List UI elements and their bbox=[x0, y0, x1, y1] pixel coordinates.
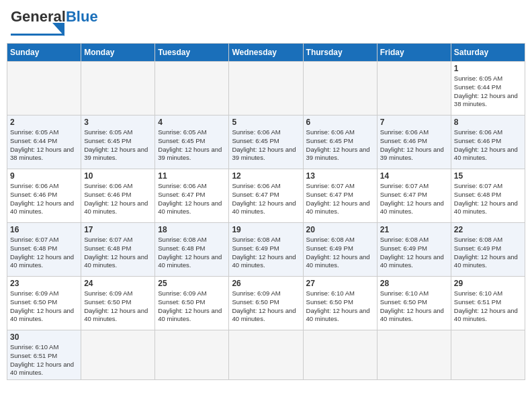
day-number: 9 bbox=[10, 171, 78, 181]
day-info: Sunrise: 6:06 AM Sunset: 6:46 PM Dayligh… bbox=[380, 128, 448, 163]
day-info: Sunrise: 6:08 AM Sunset: 6:49 PM Dayligh… bbox=[380, 236, 448, 270]
day-info: Sunrise: 6:07 AM Sunset: 6:47 PM Dayligh… bbox=[306, 182, 374, 216]
calendar-cell bbox=[155, 62, 229, 116]
day-number: 10 bbox=[84, 171, 152, 181]
day-info: Sunrise: 6:10 AM Sunset: 6:51 PM Dayligh… bbox=[10, 343, 78, 377]
weekday-friday: Friday bbox=[377, 44, 451, 62]
day-info: Sunrise: 6:06 AM Sunset: 6:47 PM Dayligh… bbox=[232, 182, 300, 216]
calendar-body: 1Sunrise: 6:05 AM Sunset: 6:44 PM Daylig… bbox=[7, 62, 525, 380]
calendar-cell: 19Sunrise: 6:08 AM Sunset: 6:49 PM Dayli… bbox=[229, 223, 303, 277]
day-number: 27 bbox=[306, 279, 374, 288]
weekday-wednesday: Wednesday bbox=[229, 44, 303, 62]
weekday-thursday: Thursday bbox=[303, 44, 377, 62]
day-info: Sunrise: 6:06 AM Sunset: 6:45 PM Dayligh… bbox=[306, 128, 374, 163]
calendar-cell: 9Sunrise: 6:06 AM Sunset: 6:46 PM Daylig… bbox=[7, 169, 81, 223]
logo: GeneralBlue bbox=[11, 9, 98, 36]
calendar-week-4: 16Sunrise: 6:07 AM Sunset: 6:48 PM Dayli… bbox=[7, 223, 525, 277]
calendar-cell bbox=[155, 330, 229, 380]
day-number: 19 bbox=[232, 225, 300, 234]
day-info: Sunrise: 6:06 AM Sunset: 6:47 PM Dayligh… bbox=[158, 182, 226, 216]
calendar-cell: 7Sunrise: 6:06 AM Sunset: 6:46 PM Daylig… bbox=[377, 116, 451, 169]
calendar-cell: 21Sunrise: 6:08 AM Sunset: 6:49 PM Dayli… bbox=[377, 223, 451, 277]
day-number: 28 bbox=[380, 279, 448, 288]
calendar-cell: 20Sunrise: 6:08 AM Sunset: 6:49 PM Dayli… bbox=[303, 223, 377, 277]
day-number: 26 bbox=[232, 279, 300, 288]
day-info: Sunrise: 6:06 AM Sunset: 6:46 PM Dayligh… bbox=[10, 182, 78, 216]
day-info: Sunrise: 6:08 AM Sunset: 6:48 PM Dayligh… bbox=[158, 236, 226, 270]
calendar-cell: 3Sunrise: 6:05 AM Sunset: 6:45 PM Daylig… bbox=[81, 116, 155, 169]
calendar-week-2: 2Sunrise: 6:05 AM Sunset: 6:44 PM Daylig… bbox=[7, 116, 525, 169]
calendar-cell: 4Sunrise: 6:05 AM Sunset: 6:45 PM Daylig… bbox=[155, 116, 229, 169]
calendar-cell: 12Sunrise: 6:06 AM Sunset: 6:47 PM Dayli… bbox=[229, 169, 303, 223]
calendar-cell bbox=[229, 330, 303, 380]
calendar-cell: 18Sunrise: 6:08 AM Sunset: 6:48 PM Dayli… bbox=[155, 223, 229, 277]
day-number: 29 bbox=[454, 279, 522, 288]
day-number: 17 bbox=[84, 225, 152, 234]
weekday-tuesday: Tuesday bbox=[155, 44, 229, 62]
calendar-week-3: 9Sunrise: 6:06 AM Sunset: 6:46 PM Daylig… bbox=[7, 169, 525, 223]
day-number: 14 bbox=[380, 171, 448, 181]
day-number: 25 bbox=[158, 279, 226, 288]
day-info: Sunrise: 6:10 AM Sunset: 6:51 PM Dayligh… bbox=[454, 289, 522, 324]
calendar-cell bbox=[377, 330, 451, 380]
calendar-cell: 25Sunrise: 6:09 AM Sunset: 6:50 PM Dayli… bbox=[155, 277, 229, 330]
day-info: Sunrise: 6:05 AM Sunset: 6:44 PM Dayligh… bbox=[10, 128, 78, 163]
calendar-cell bbox=[303, 62, 377, 116]
day-number: 1 bbox=[454, 64, 522, 73]
day-number: 30 bbox=[10, 332, 78, 342]
day-number: 21 bbox=[380, 225, 448, 234]
calendar-week-6: 30Sunrise: 6:10 AM Sunset: 6:51 PM Dayli… bbox=[7, 330, 525, 380]
day-number: 23 bbox=[10, 279, 78, 288]
day-number: 12 bbox=[232, 171, 300, 181]
day-info: Sunrise: 6:07 AM Sunset: 6:47 PM Dayligh… bbox=[380, 182, 448, 216]
calendar-header: GeneralBlue bbox=[7, 7, 525, 39]
calendar-cell: 8Sunrise: 6:06 AM Sunset: 6:46 PM Daylig… bbox=[451, 116, 525, 169]
calendar-cell: 2Sunrise: 6:05 AM Sunset: 6:44 PM Daylig… bbox=[7, 116, 81, 169]
calendar-cell bbox=[81, 330, 155, 380]
calendar-table: SundayMondayTuesdayWednesdayThursdayFrid… bbox=[7, 43, 525, 380]
day-number: 15 bbox=[454, 171, 522, 181]
calendar-cell: 17Sunrise: 6:07 AM Sunset: 6:48 PM Dayli… bbox=[81, 223, 155, 277]
calendar-cell: 10Sunrise: 6:06 AM Sunset: 6:46 PM Dayli… bbox=[81, 169, 155, 223]
day-info: Sunrise: 6:09 AM Sunset: 6:50 PM Dayligh… bbox=[10, 289, 78, 324]
calendar-cell: 14Sunrise: 6:07 AM Sunset: 6:47 PM Dayli… bbox=[377, 169, 451, 223]
day-info: Sunrise: 6:06 AM Sunset: 6:46 PM Dayligh… bbox=[454, 128, 522, 163]
calendar-cell bbox=[303, 330, 377, 380]
weekday-sunday: Sunday bbox=[7, 44, 81, 62]
calendar-cell: 6Sunrise: 6:06 AM Sunset: 6:45 PM Daylig… bbox=[303, 116, 377, 169]
calendar-cell: 15Sunrise: 6:07 AM Sunset: 6:48 PM Dayli… bbox=[451, 169, 525, 223]
day-info: Sunrise: 6:07 AM Sunset: 6:48 PM Dayligh… bbox=[84, 236, 152, 270]
weekday-monday: Monday bbox=[81, 44, 155, 62]
calendar-cell bbox=[229, 62, 303, 116]
day-info: Sunrise: 6:05 AM Sunset: 6:45 PM Dayligh… bbox=[158, 128, 226, 163]
calendar-cell: 22Sunrise: 6:08 AM Sunset: 6:49 PM Dayli… bbox=[451, 223, 525, 277]
day-number: 4 bbox=[158, 118, 226, 127]
svg-rect-1 bbox=[11, 34, 64, 36]
calendar-cell bbox=[7, 62, 81, 116]
day-number: 20 bbox=[306, 225, 374, 234]
day-info: Sunrise: 6:07 AM Sunset: 6:48 PM Dayligh… bbox=[10, 236, 78, 270]
day-info: Sunrise: 6:06 AM Sunset: 6:46 PM Dayligh… bbox=[84, 182, 152, 216]
calendar-week-1: 1Sunrise: 6:05 AM Sunset: 6:44 PM Daylig… bbox=[7, 62, 525, 116]
day-info: Sunrise: 6:07 AM Sunset: 6:48 PM Dayligh… bbox=[454, 182, 522, 216]
weekday-saturday: Saturday bbox=[451, 44, 525, 62]
calendar-cell bbox=[81, 62, 155, 116]
calendar-cell: 5Sunrise: 6:06 AM Sunset: 6:45 PM Daylig… bbox=[229, 116, 303, 169]
day-number: 5 bbox=[232, 118, 300, 127]
day-number: 16 bbox=[10, 225, 78, 234]
day-info: Sunrise: 6:08 AM Sunset: 6:49 PM Dayligh… bbox=[454, 236, 522, 270]
calendar-cell: 13Sunrise: 6:07 AM Sunset: 6:47 PM Dayli… bbox=[303, 169, 377, 223]
day-info: Sunrise: 6:08 AM Sunset: 6:49 PM Dayligh… bbox=[306, 236, 374, 270]
day-info: Sunrise: 6:06 AM Sunset: 6:45 PM Dayligh… bbox=[232, 128, 300, 163]
calendar-cell: 30Sunrise: 6:10 AM Sunset: 6:51 PM Dayli… bbox=[7, 330, 81, 380]
day-number: 22 bbox=[454, 225, 522, 234]
day-number: 8 bbox=[454, 118, 522, 127]
day-number: 18 bbox=[158, 225, 226, 234]
day-number: 24 bbox=[84, 279, 152, 288]
day-info: Sunrise: 6:05 AM Sunset: 6:45 PM Dayligh… bbox=[84, 128, 152, 163]
calendar-cell: 23Sunrise: 6:09 AM Sunset: 6:50 PM Dayli… bbox=[7, 277, 81, 330]
calendar-week-5: 23Sunrise: 6:09 AM Sunset: 6:50 PM Dayli… bbox=[7, 277, 525, 330]
calendar-cell: 11Sunrise: 6:06 AM Sunset: 6:47 PM Dayli… bbox=[155, 169, 229, 223]
calendar-cell: 27Sunrise: 6:10 AM Sunset: 6:50 PM Dayli… bbox=[303, 277, 377, 330]
day-number: 3 bbox=[84, 118, 152, 127]
